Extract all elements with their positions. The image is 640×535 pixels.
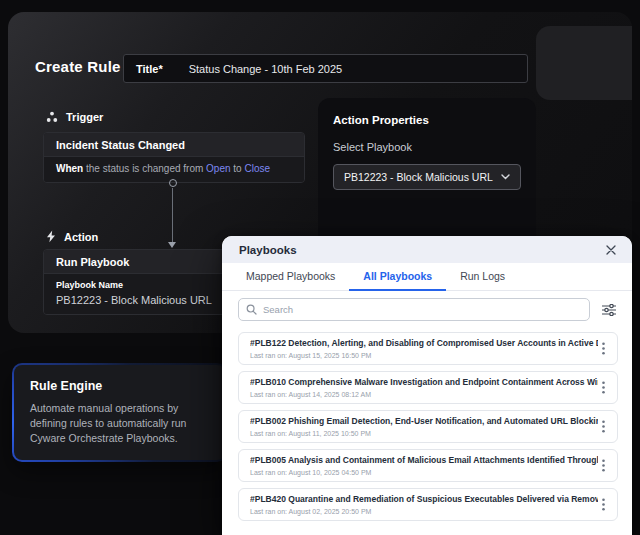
filter-button[interactable] [600, 302, 618, 318]
playbook-item-text: #PLB010 Comprehensive Malware Investigat… [250, 377, 598, 398]
tab-all-playbooks[interactable]: All Playbooks [349, 263, 446, 291]
chevron-down-icon [501, 174, 510, 180]
playbook-item-text: #PLB122 Detection, Alerting, and Disabli… [250, 338, 598, 359]
action-label-text: Action [64, 231, 98, 243]
filter-sliders-icon [602, 304, 616, 316]
kebab-menu-icon [602, 459, 605, 472]
trigger-card[interactable]: Incident Status Changed When the status … [43, 132, 305, 183]
playbook-title: #PLB010 Comprehensive Malware Investigat… [250, 377, 598, 387]
select-playbook-label: Select Playbook [333, 141, 521, 153]
modal-title: Playbooks [239, 244, 297, 256]
playbook-select-dropdown[interactable]: PB12223 - Block Malicious URL [333, 164, 521, 190]
close-button[interactable] [604, 243, 618, 257]
kebab-menu-icon [602, 498, 605, 511]
playbook-last-ran: Last ran on: August 10, 2025 04:50 PM [250, 469, 598, 476]
condition-when: When [56, 163, 83, 174]
playbook-list-item[interactable]: #PLB002 Phishing Email Detection, End-Us… [238, 410, 618, 443]
item-menu-button[interactable] [598, 457, 609, 474]
item-menu-button[interactable] [598, 418, 609, 435]
playbook-title: #PLB005 Analysis and Containment of Mali… [250, 455, 598, 465]
connector-arrowhead-icon [168, 242, 176, 248]
playbook-last-ran: Last ran on: August 15, 2025 16:50 PM [250, 352, 598, 359]
playbook-last-ran: Last ran on: August 11, 2025 10:50 PM [250, 430, 598, 437]
search-row [222, 291, 632, 325]
playbook-select-value: PB12223 - Block Malicious URL [344, 171, 493, 183]
item-menu-button[interactable] [598, 379, 609, 396]
action-section-label: Action [46, 230, 98, 243]
playbook-title: #PLB420 Quarantine and Remediation of Su… [250, 494, 598, 504]
trigger-nodes-icon [46, 111, 58, 123]
playbooks-modal: Playbooks Mapped PlaybooksAll PlaybooksR… [222, 236, 632, 535]
tab-mapped-playbooks[interactable]: Mapped Playbooks [232, 263, 349, 291]
rule-title-field[interactable]: Title* Status Change - 10th Feb 2025 [123, 54, 528, 83]
search-input[interactable] [238, 298, 590, 321]
create-rule-screen: Create Rule Title* Status Change - 10th … [0, 0, 640, 535]
kebab-menu-icon [602, 420, 605, 433]
playbook-title: #PLB002 Phishing Email Detection, End-Us… [250, 416, 598, 426]
playbook-list-item[interactable]: #PLB010 Comprehensive Malware Investigat… [238, 371, 618, 404]
connector-line [172, 188, 173, 242]
kebab-menu-icon [602, 381, 605, 394]
playbook-item-text: #PLB002 Phishing Email Detection, End-Us… [250, 416, 598, 437]
search-field-wrap [238, 298, 590, 321]
playbook-item-text: #PLB005 Analysis and Containment of Mali… [250, 455, 598, 476]
close-icon [606, 245, 616, 255]
playbook-title: #PLB122 Detection, Alerting, and Disabli… [250, 338, 598, 348]
status-close-link[interactable]: Close [244, 163, 270, 174]
trigger-label-text: Trigger [66, 111, 103, 123]
playbook-last-ran: Last ran on: August 14, 2025 08:12 AM [250, 391, 598, 398]
decorative-corner-panel [536, 26, 632, 100]
rule-engine-card: Rule Engine Automate manual operations b… [12, 363, 227, 462]
status-open-link[interactable]: Open [206, 163, 230, 174]
condition-middle: the status is changed from [83, 163, 206, 174]
search-icon [246, 304, 257, 315]
kebab-menu-icon [602, 342, 605, 355]
lightning-bolt-icon [46, 230, 56, 243]
trigger-card-title[interactable]: Incident Status Changed [44, 133, 304, 157]
trigger-section-label: Trigger [46, 111, 103, 123]
rule-engine-description: Automate manual operations by defining r… [30, 401, 208, 447]
playbook-last-ran: Last ran on: August 02, 2025 20:50 PM [250, 508, 598, 515]
playbook-list-item[interactable]: #PLB420 Quarantine and Remediation of Su… [238, 488, 618, 521]
item-menu-button[interactable] [598, 496, 609, 513]
playbooks-tab-bar: Mapped PlaybooksAll PlaybooksRun Logs [222, 263, 632, 291]
playbook-item-text: #PLB420 Quarantine and Remediation of Su… [250, 494, 598, 515]
playbook-list: #PLB122 Detection, Alerting, and Disabli… [222, 325, 632, 521]
page-title: Create Rule [35, 58, 121, 75]
connector-node-circle [169, 179, 177, 187]
item-menu-button[interactable] [598, 340, 609, 357]
action-properties-title: Action Properties [333, 114, 521, 126]
condition-to: to [231, 163, 245, 174]
playbook-list-item[interactable]: #PLB005 Analysis and Containment of Mali… [238, 449, 618, 482]
rule-title-label: Title* [136, 63, 163, 75]
rule-engine-title: Rule Engine [30, 379, 209, 393]
rule-title-value[interactable]: Status Change - 10th Feb 2025 [189, 63, 343, 75]
tab-run-logs[interactable]: Run Logs [446, 263, 519, 291]
trigger-condition: When the status is changed from Open to … [56, 163, 292, 174]
playbook-list-item[interactable]: #PLB122 Detection, Alerting, and Disabli… [238, 332, 618, 365]
modal-header: Playbooks [222, 236, 632, 263]
